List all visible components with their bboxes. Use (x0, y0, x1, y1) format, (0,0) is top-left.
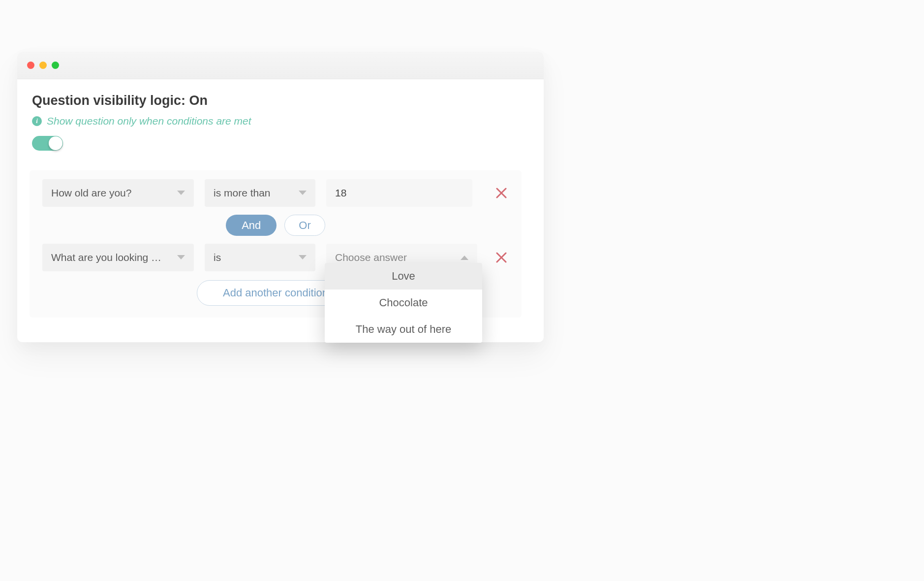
combiner-or-button[interactable]: Or (284, 215, 325, 236)
operator-dropdown-label: is (214, 252, 221, 263)
window-titlebar (17, 52, 544, 79)
close-icon (496, 188, 507, 198)
combiner-or-label: Or (299, 219, 310, 232)
hint-text: Show question only when conditions are m… (47, 115, 251, 127)
hint-row: i Show question only when conditions are… (32, 115, 529, 127)
delete-rule-button[interactable] (494, 250, 509, 265)
add-condition-label: Add another condition (223, 287, 328, 299)
question-dropdown-label: How old are you? (51, 187, 131, 199)
answer-option-label: The way out of here (356, 323, 451, 336)
chevron-down-icon (299, 191, 307, 195)
answer-option[interactable]: The way out of here (325, 316, 482, 343)
page-title: Question visibility logic: On (32, 93, 529, 108)
svg-marker-5 (299, 255, 307, 259)
answer-option-label: Love (392, 270, 415, 283)
chevron-down-icon (177, 255, 185, 260)
app-window: Question visibility logic: On i Show que… (17, 52, 544, 342)
rules-panel: How old are you? is more than 18 (30, 170, 522, 318)
window-close-dot[interactable] (27, 62, 34, 69)
rule-row: How old are you? is more than 18 (30, 179, 522, 207)
question-dropdown[interactable]: What are you looking … (42, 244, 194, 271)
window-zoom-dot[interactable] (52, 62, 59, 69)
combiner-and-label: And (242, 219, 261, 232)
operator-dropdown[interactable]: is (205, 244, 315, 271)
info-icon: i (32, 116, 42, 126)
visibility-toggle[interactable] (32, 136, 63, 151)
svg-marker-6 (461, 256, 468, 260)
answer-option[interactable]: Chocolate (325, 290, 482, 316)
combiner-and-button[interactable]: And (226, 215, 277, 236)
toggle-knob (49, 136, 62, 150)
operator-dropdown-label: is more than (214, 187, 271, 199)
value-input[interactable]: 18 (326, 179, 472, 207)
answer-option-label: Chocolate (379, 296, 428, 309)
chevron-up-icon (461, 255, 468, 260)
chevron-down-icon (177, 191, 185, 195)
close-icon (496, 252, 507, 263)
value-text: 18 (335, 187, 346, 199)
question-dropdown-label: What are you looking … (51, 252, 161, 263)
delete-rule-button[interactable] (494, 186, 509, 200)
svg-marker-4 (177, 255, 185, 259)
window-minimize-dot[interactable] (39, 62, 47, 69)
operator-dropdown[interactable]: is more than (205, 179, 315, 207)
question-dropdown[interactable]: How old are you? (42, 179, 194, 207)
svg-marker-0 (177, 191, 185, 195)
chevron-down-icon (299, 255, 307, 260)
svg-marker-1 (299, 191, 307, 195)
content-area: Question visibility logic: On i Show que… (17, 79, 544, 342)
answer-dropdown-popup: Love Chocolate The way out of here (325, 263, 482, 343)
answer-dropdown-placeholder: Choose answer (335, 252, 407, 263)
answer-option[interactable]: Love (325, 263, 482, 290)
combiner-row: And Or (30, 215, 522, 236)
